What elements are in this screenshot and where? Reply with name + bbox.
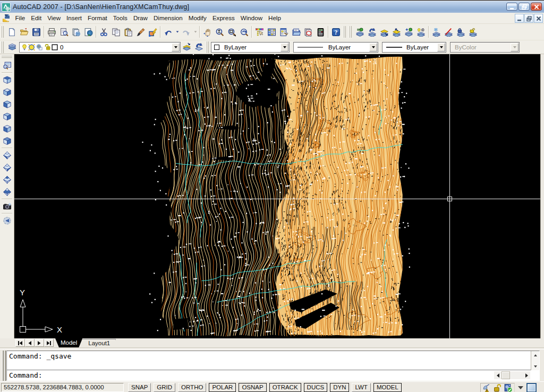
- plot-button[interactable]: [46, 25, 58, 38]
- scroll-down-icon[interactable]: [532, 363, 538, 369]
- zoom-previous-button[interactable]: [238, 25, 250, 38]
- menu-window[interactable]: Window: [237, 13, 265, 23]
- save-button[interactable]: [30, 25, 42, 38]
- comm-center-icon[interactable]: [482, 384, 491, 392]
- toggle-ortho[interactable]: ORTHO: [178, 383, 206, 392]
- toolbar-grip[interactable]: [1, 26, 5, 38]
- tab-next-button[interactable]: [35, 339, 44, 347]
- nw-isometric-button[interactable]: [1, 186, 13, 198]
- named-views-button[interactable]: [1, 59, 13, 72]
- publish-button[interactable]: [70, 25, 82, 38]
- layer-previous-button[interactable]: [366, 25, 378, 38]
- drawing-canvas[interactable]: XY: [14, 54, 540, 338]
- help-button[interactable]: ?: [330, 25, 342, 38]
- qnew-button[interactable]: [6, 25, 18, 38]
- layer-isolate-button[interactable]: [378, 25, 390, 38]
- plot-preview-button[interactable]: [58, 25, 70, 38]
- layer-lock-button[interactable]: [455, 25, 467, 38]
- layer-unlock-button[interactable]: [467, 25, 479, 38]
- quickcalc-button[interactable]: [314, 25, 327, 38]
- toggle-otrack[interactable]: OTRACK: [269, 383, 301, 392]
- color-combo-dropdown[interactable]: [280, 43, 288, 52]
- layer-unisolate-button[interactable]: [390, 25, 403, 38]
- tab-model[interactable]: Model: [55, 338, 82, 347]
- ne-isometric-button[interactable]: [1, 174, 13, 186]
- redo-button[interactable]: [180, 25, 192, 38]
- make-object-s-layer-current-button[interactable]: [354, 25, 366, 38]
- layer-previous-button-2[interactable]: [193, 41, 205, 54]
- se-isometric-button[interactable]: [1, 161, 13, 174]
- menu-modify[interactable]: Modify: [185, 13, 209, 23]
- toggle-snap[interactable]: SNAP: [128, 383, 151, 392]
- toolbar-lock-icon[interactable]: [493, 384, 502, 392]
- toggle-lwt[interactable]: LWT: [352, 383, 370, 392]
- 3d-orbit-button[interactable]: [1, 215, 13, 227]
- menu-dimension[interactable]: Dimension: [150, 13, 185, 23]
- toggle-polar[interactable]: POLAR: [209, 383, 236, 392]
- 3d-dwf-button[interactable]: [82, 25, 95, 38]
- toolbar-grip[interactable]: [2, 55, 12, 59]
- layer-combo-dropdown[interactable]: [172, 43, 180, 52]
- command-history[interactable]: Command: _qsave: [7, 351, 531, 370]
- command-input[interactable]: Command:: [7, 370, 539, 380]
- menu-format[interactable]: Format: [85, 13, 110, 23]
- minimize-button[interactable]: [506, 3, 517, 11]
- open-button[interactable]: [18, 25, 30, 38]
- make-object-s-layer-current-button-2[interactable]: [181, 41, 193, 54]
- linetype-combo-dropdown[interactable]: [369, 43, 377, 52]
- restore-button[interactable]: [518, 3, 530, 11]
- right-view-button[interactable]: [1, 110, 13, 123]
- command-vscrollbar[interactable]: [531, 351, 539, 370]
- match-properties-button[interactable]: [134, 25, 147, 38]
- clean-screen-button[interactable]: [526, 383, 537, 392]
- properties-button[interactable]: [253, 25, 266, 38]
- copy-button[interactable]: [110, 25, 122, 38]
- layer-off-button[interactable]: [443, 25, 455, 38]
- toggle-grid[interactable]: GRID: [154, 383, 175, 392]
- bottom-view-button[interactable]: [1, 86, 13, 98]
- layer-properties-manager-button[interactable]: [6, 41, 18, 54]
- front-view-button[interactable]: [1, 123, 13, 135]
- menu-express[interactable]: Express: [209, 13, 237, 23]
- color-combo[interactable]: ByLayer: [211, 42, 290, 53]
- menu-file[interactable]: File: [12, 13, 28, 23]
- menu-draw[interactable]: Draw: [130, 13, 150, 23]
- layer-freeze-button[interactable]: [430, 25, 443, 38]
- designcenter-button[interactable]: [266, 25, 278, 38]
- toggle-dyn[interactable]: DYN: [330, 383, 349, 392]
- coordinates-readout[interactable]: 552278.5738, 2236884.7883, 0.0000: [1, 383, 124, 392]
- back-view-button[interactable]: [1, 135, 13, 147]
- menu-help[interactable]: Help: [266, 13, 284, 23]
- pan-realtime-button[interactable]: [201, 25, 214, 38]
- zoom-realtime-button[interactable]: [214, 25, 226, 38]
- standards-check-icon[interactable]: [504, 384, 513, 392]
- undo-dropdown[interactable]: [174, 25, 180, 38]
- camera-button[interactable]: [1, 200, 13, 212]
- scroll-up-icon[interactable]: [532, 352, 538, 358]
- toggle-model[interactable]: MODEL: [373, 383, 402, 392]
- markup-set-manager-button[interactable]: [302, 25, 314, 38]
- menu-tools[interactable]: Tools: [110, 13, 130, 23]
- close-button[interactable]: [531, 3, 542, 11]
- lineweight-combo-dropdown[interactable]: [437, 43, 445, 52]
- tab-prev-button[interactable]: [25, 339, 35, 347]
- lineweight-combo[interactable]: ByLayer: [382, 42, 446, 53]
- hscroll-thumb[interactable]: [502, 371, 510, 379]
- top-view-button[interactable]: [1, 74, 13, 86]
- layer-combo[interactable]: 0: [19, 42, 181, 53]
- tab-first-button[interactable]: [15, 339, 25, 347]
- dwg-document-icon[interactable]: [2, 14, 11, 22]
- layer-walk-button[interactable]: [415, 25, 427, 38]
- menu-edit[interactable]: Edit: [28, 13, 45, 23]
- toolbar-grip[interactable]: [343, 26, 347, 38]
- command-window-grip[interactable]: [1, 351, 6, 381]
- block-editor-button[interactable]: [147, 25, 159, 38]
- undo-button[interactable]: [162, 25, 174, 38]
- toggle-ducs[interactable]: DUCS: [304, 383, 328, 392]
- zoom-window-button[interactable]: [226, 25, 238, 38]
- child-close-button[interactable]: [534, 14, 543, 23]
- sheet-set-manager-button[interactable]: [290, 25, 302, 38]
- linetype-combo[interactable]: ByLayer: [293, 42, 378, 53]
- left-view-button[interactable]: [1, 98, 13, 110]
- cut-button[interactable]: [98, 25, 110, 38]
